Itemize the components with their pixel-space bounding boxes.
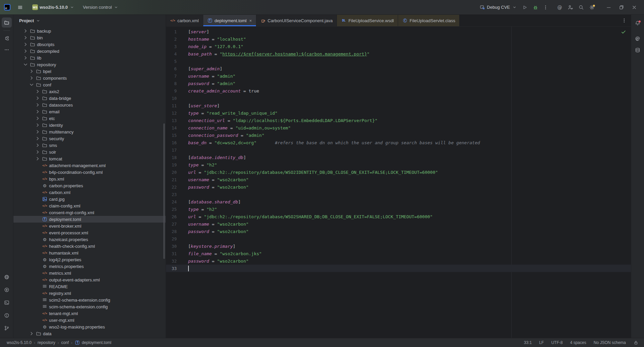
line-number[interactable]: 33 <box>166 266 182 271</box>
line-number[interactable]: 32 <box>166 259 182 264</box>
services-tool-button[interactable] <box>2 285 12 295</box>
editor-line-29[interactable]: 29 <box>166 235 631 242</box>
line-number[interactable]: 31 <box>166 251 182 256</box>
breadcrumb-item-wso2is-5.10.0[interactable]: wso2is-5.10.0 <box>7 340 32 345</box>
tree-scrollbar[interactable] <box>163 123 165 259</box>
minimize-button[interactable] <box>602 2 615 12</box>
tree-item-metrics.xml[interactable]: </>metrics.xml <box>13 270 166 276</box>
chevron-right-icon[interactable] <box>35 136 40 141</box>
line-number[interactable]: 29 <box>166 236 182 241</box>
line-number[interactable]: 6 <box>166 66 182 71</box>
tree-item-carbon.xml[interactable]: </>carbon.xml <box>13 189 166 196</box>
breadcrumb-item-deployment.toml[interactable]: Tdeployment.toml <box>75 340 111 345</box>
tree-item-event-broker.xml[interactable]: </>event-broker.xml <box>13 223 166 229</box>
tab-CarbonUIServiceComponent.java[interactable]: CarbonUIServiceComponent.java <box>256 15 337 26</box>
search-everywhere-button[interactable] <box>576 2 586 12</box>
editor-line-18[interactable]: 18[database.identity_db] <box>166 154 631 161</box>
terminal-tool-button[interactable] <box>2 298 12 308</box>
tree-item-bpel[interactable]: bpel <box>13 68 166 75</box>
chevron-right-icon[interactable] <box>29 331 34 336</box>
editor-line-17[interactable]: 17 <box>166 146 631 154</box>
line-number[interactable]: 10 <box>166 96 182 101</box>
line-number[interactable]: 7 <box>166 74 182 79</box>
chevron-right-icon[interactable] <box>23 28 28 34</box>
editor[interactable]: 1[server]2hostname = "localhost"3node_ip… <box>166 27 631 338</box>
tree-item-solr[interactable]: solr <box>13 149 166 155</box>
line-number[interactable]: 24 <box>166 199 182 204</box>
editor-line-31[interactable]: 31file_name = "wso2carbon.jks" <box>166 250 631 257</box>
editor-line-30[interactable]: 30[keystore.primary] <box>166 242 631 250</box>
line-number[interactable]: 25 <box>166 207 182 212</box>
editor-line-8[interactable]: 8password = "admin" <box>166 80 631 87</box>
code-with-me-button[interactable]: @ <box>555 2 565 12</box>
line-number[interactable]: 22 <box>166 185 182 190</box>
chevron-right-icon[interactable] <box>29 75 34 81</box>
editor-line-9[interactable]: 9create_admin_account = true <box>166 87 631 94</box>
schema-widget[interactable]: No JSON schema <box>594 340 626 345</box>
run-configuration-selector[interactable]: Debug CVE <box>478 3 519 11</box>
editor-line-25[interactable]: 25type = "h2" <box>166 205 631 213</box>
database-tool-button[interactable] <box>633 45 643 55</box>
notifications-button[interactable] <box>633 18 643 28</box>
tree-item-sms[interactable]: sms <box>13 142 166 149</box>
tree-item-attachment-management.xml[interactable]: </>attachment-management.xml <box>13 162 166 169</box>
chevron-right-icon[interactable] <box>35 89 40 94</box>
more-tool-windows-button[interactable] <box>2 45 12 55</box>
tab-deployment.toml[interactable]: Tdeployment.toml× <box>203 15 256 26</box>
editor-line-1[interactable]: 1[server] <box>166 28 631 35</box>
editor-line-32[interactable]: 32password = "wso2carbon" <box>166 257 631 265</box>
chevron-right-icon[interactable] <box>23 35 28 40</box>
chevron-right-icon[interactable] <box>29 69 34 74</box>
line-number[interactable]: 9 <box>166 88 182 93</box>
tree-item-data-bridge[interactable]: data-bridge <box>13 95 166 102</box>
line-number[interactable]: 3 <box>166 44 182 49</box>
line-number[interactable]: 13 <box>166 118 182 123</box>
editor-line-23[interactable]: 23 <box>166 191 631 198</box>
editor-line-20[interactable]: 20url = "jdbc:h2:./repository/database/W… <box>166 168 631 176</box>
editor-line-3[interactable]: 3node_ip = "127.0.0.1" <box>166 43 631 50</box>
tab-list-button[interactable] <box>621 15 631 26</box>
editor-line-11[interactable]: 11[user_store] <box>166 102 631 109</box>
tree-item-registry.xml[interactable]: </>registry.xml <box>13 290 166 297</box>
run-button[interactable] <box>520 2 530 12</box>
tree-item-health-check-config.xml[interactable]: </>health-check-config.xml <box>13 243 166 249</box>
editor-line-10[interactable]: 10 <box>166 94 631 102</box>
close-button[interactable] <box>628 2 641 12</box>
vcs-widget[interactable]: Version control <box>81 3 121 12</box>
project-tool-button[interactable] <box>2 17 12 28</box>
line-number[interactable]: 18 <box>166 155 182 160</box>
chevron-right-icon[interactable] <box>23 42 28 47</box>
tree-item-scim-schema-extension.config[interactable]: scim-schema-extension.config <box>13 303 166 310</box>
line-number[interactable]: 14 <box>166 125 182 130</box>
line-number[interactable]: 20 <box>166 170 182 175</box>
breadcrumb-item-conf[interactable]: conf <box>61 340 69 345</box>
tree-item-humantask.xml[interactable]: </>humantask.xml <box>13 249 166 256</box>
debug-button[interactable] <box>530 2 541 12</box>
chevron-right-icon[interactable] <box>35 95 40 101</box>
line-number[interactable]: 23 <box>166 192 182 197</box>
line-number[interactable]: 4 <box>166 51 182 56</box>
chevron-right-icon[interactable] <box>35 116 40 121</box>
tree-item-repository[interactable]: repository <box>13 61 166 68</box>
tree-item-metrics.properties[interactable]: ⚙metrics.properties <box>13 263 166 270</box>
editor-line-26[interactable]: 26url = "jdbc:h2:./repository/database/W… <box>166 213 631 220</box>
project-selector[interactable]: WS wso2is-5.10.0 <box>30 3 77 12</box>
more-run-actions-button[interactable] <box>541 2 550 12</box>
tree-item-datasources[interactable]: datasources <box>13 102 166 108</box>
chevron-right-icon[interactable] <box>35 143 40 148</box>
editor-line-7[interactable]: 7username = "admin" <box>166 72 631 80</box>
tree-item-axis2[interactable]: axis2 <box>13 88 166 95</box>
chevron-right-icon[interactable] <box>35 149 40 155</box>
line-number[interactable]: 16 <box>166 140 182 145</box>
line-number[interactable]: 11 <box>166 103 182 108</box>
tree-item-backup[interactable]: backup <box>13 28 166 34</box>
problems-tool-button[interactable] <box>2 310 12 320</box>
version-control-tool-button[interactable] <box>2 323 12 333</box>
tree-item-log4j2.properties[interactable]: ⚙log4j2.properties <box>13 256 166 263</box>
tree-item-tomcat[interactable]: tomcat <box>13 155 166 162</box>
endpoints-tool-button[interactable] <box>2 272 12 282</box>
caret-position-widget[interactable]: 33:1 <box>524 340 532 345</box>
line-ending-widget[interactable]: LF <box>539 340 544 345</box>
tree-item-claim-config.xml[interactable]: </>claim-config.xml <box>13 202 166 209</box>
chevron-right-icon[interactable] <box>23 48 28 54</box>
